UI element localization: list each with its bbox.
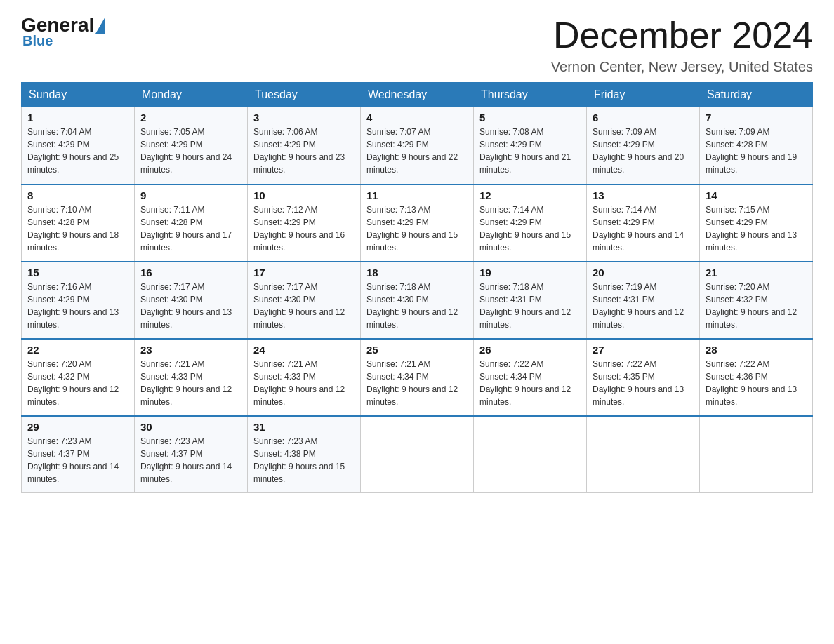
calendar-week-row: 15Sunrise: 7:16 AMSunset: 4:29 PMDayligh… [22,262,813,339]
day-of-week-header: Friday [587,83,700,107]
calendar-cell: 25Sunrise: 7:21 AMSunset: 4:34 PMDayligh… [361,339,474,416]
day-info: Sunrise: 7:20 AMSunset: 4:32 PMDaylight:… [27,358,128,408]
day-info: Sunrise: 7:05 AMSunset: 4:29 PMDaylight:… [140,126,241,176]
day-info: Sunrise: 7:09 AMSunset: 4:28 PMDaylight:… [706,126,807,176]
day-info: Sunrise: 7:14 AMSunset: 4:29 PMDaylight:… [479,203,581,254]
day-info: Sunrise: 7:23 AMSunset: 4:38 PMDaylight:… [253,435,355,485]
calendar-cell: 15Sunrise: 7:16 AMSunset: 4:29 PMDayligh… [22,262,135,339]
day-number: 25 [366,344,468,356]
day-of-week-header: Tuesday [248,83,361,107]
day-number: 2 [140,112,241,123]
day-number: 7 [706,112,807,123]
day-of-week-header: Sunday [22,83,135,107]
calendar-cell: 18Sunrise: 7:18 AMSunset: 4:30 PMDayligh… [361,262,474,339]
calendar-cell: 3Sunrise: 7:06 AMSunset: 4:29 PMDaylight… [248,107,361,185]
calendar-table: SundayMondayTuesdayWednesdayThursdayFrid… [21,82,813,493]
day-info: Sunrise: 7:16 AMSunset: 4:29 PMDaylight:… [27,281,128,331]
day-of-week-header: Wednesday [361,83,474,107]
day-info: Sunrise: 7:12 AMSunset: 4:29 PMDaylight:… [253,203,355,254]
calendar-cell: 6Sunrise: 7:09 AMSunset: 4:29 PMDaylight… [587,107,700,185]
calendar-cell: 21Sunrise: 7:20 AMSunset: 4:32 PMDayligh… [700,262,813,339]
calendar-cell: 30Sunrise: 7:23 AMSunset: 4:37 PMDayligh… [135,416,248,493]
day-number: 28 [706,344,807,356]
calendar-cell: 11Sunrise: 7:13 AMSunset: 4:29 PMDayligh… [361,185,474,262]
calendar-cell: 22Sunrise: 7:20 AMSunset: 4:32 PMDayligh… [22,339,135,416]
calendar-week-row: 22Sunrise: 7:20 AMSunset: 4:32 PMDayligh… [22,339,813,416]
day-number: 11 [366,189,468,201]
day-number: 26 [479,344,581,356]
day-number: 29 [27,421,128,433]
day-number: 6 [593,112,694,123]
day-number: 19 [479,267,581,279]
day-info: Sunrise: 7:06 AMSunset: 4:29 PMDaylight:… [253,126,355,176]
calendar-cell: 2Sunrise: 7:05 AMSunset: 4:29 PMDaylight… [135,107,248,185]
day-number: 27 [593,344,694,356]
calendar-cell: 28Sunrise: 7:22 AMSunset: 4:36 PMDayligh… [700,339,813,416]
day-info: Sunrise: 7:22 AMSunset: 4:34 PMDaylight:… [479,358,581,408]
day-info: Sunrise: 7:10 AMSunset: 4:28 PMDaylight:… [27,203,128,254]
day-number: 24 [253,344,355,356]
day-info: Sunrise: 7:22 AMSunset: 4:35 PMDaylight:… [593,358,694,408]
calendar-cell: 5Sunrise: 7:08 AMSunset: 4:29 PMDaylight… [474,107,587,185]
calendar-cell: 20Sunrise: 7:19 AMSunset: 4:31 PMDayligh… [587,262,700,339]
day-number: 15 [27,267,128,279]
calendar-cell: 16Sunrise: 7:17 AMSunset: 4:30 PMDayligh… [135,262,248,339]
calendar-cell: 1Sunrise: 7:04 AMSunset: 4:29 PMDaylight… [22,107,135,185]
day-info: Sunrise: 7:17 AMSunset: 4:30 PMDaylight:… [140,281,241,331]
day-number: 20 [593,267,694,279]
day-info: Sunrise: 7:08 AMSunset: 4:29 PMDaylight:… [479,126,581,176]
day-info: Sunrise: 7:21 AMSunset: 4:33 PMDaylight:… [253,358,355,408]
day-info: Sunrise: 7:09 AMSunset: 4:29 PMDaylight:… [593,126,694,176]
logo: General Blue [21,14,107,49]
day-info: Sunrise: 7:18 AMSunset: 4:31 PMDaylight:… [479,281,581,331]
day-info: Sunrise: 7:19 AMSunset: 4:31 PMDaylight:… [593,281,694,331]
calendar-cell: 7Sunrise: 7:09 AMSunset: 4:28 PMDaylight… [700,107,813,185]
calendar-cell: 12Sunrise: 7:14 AMSunset: 4:29 PMDayligh… [474,185,587,262]
day-info: Sunrise: 7:17 AMSunset: 4:30 PMDaylight:… [253,281,355,331]
calendar-cell: 26Sunrise: 7:22 AMSunset: 4:34 PMDayligh… [474,339,587,416]
day-number: 16 [140,267,241,279]
month-title: December 2024 [551,14,813,56]
calendar-cell: 13Sunrise: 7:14 AMSunset: 4:29 PMDayligh… [587,185,700,262]
day-number: 1 [27,112,128,123]
day-number: 13 [593,189,694,201]
day-number: 5 [479,112,581,123]
calendar-cell: 23Sunrise: 7:21 AMSunset: 4:33 PMDayligh… [135,339,248,416]
day-info: Sunrise: 7:04 AMSunset: 4:29 PMDaylight:… [27,126,128,176]
calendar-cell: 4Sunrise: 7:07 AMSunset: 4:29 PMDaylight… [361,107,474,185]
day-number: 31 [253,421,355,433]
day-number: 17 [253,267,355,279]
day-info: Sunrise: 7:13 AMSunset: 4:29 PMDaylight:… [366,203,468,254]
day-info: Sunrise: 7:21 AMSunset: 4:33 PMDaylight:… [140,358,241,408]
day-info: Sunrise: 7:18 AMSunset: 4:30 PMDaylight:… [366,281,468,331]
calendar-cell [587,416,700,493]
calendar-cell: 10Sunrise: 7:12 AMSunset: 4:29 PMDayligh… [248,185,361,262]
calendar-week-row: 1Sunrise: 7:04 AMSunset: 4:29 PMDaylight… [22,107,813,185]
calendar-cell [474,416,587,493]
calendar-cell: 31Sunrise: 7:23 AMSunset: 4:38 PMDayligh… [248,416,361,493]
logo-blue-text: Blue [22,33,53,49]
calendar-cell [361,416,474,493]
day-of-week-header: Saturday [700,83,813,107]
location-text: Vernon Center, New Jersey, United States [551,59,813,75]
day-info: Sunrise: 7:21 AMSunset: 4:34 PMDaylight:… [366,358,468,408]
day-info: Sunrise: 7:22 AMSunset: 4:36 PMDaylight:… [706,358,807,408]
day-number: 8 [27,189,128,201]
page-header: General Blue December 2024 Vernon Center… [21,14,813,75]
calendar-cell: 9Sunrise: 7:11 AMSunset: 4:28 PMDaylight… [135,185,248,262]
day-number: 18 [366,267,468,279]
day-number: 30 [140,421,241,433]
calendar-cell: 8Sunrise: 7:10 AMSunset: 4:28 PMDaylight… [22,185,135,262]
calendar-cell: 24Sunrise: 7:21 AMSunset: 4:33 PMDayligh… [248,339,361,416]
day-number: 14 [706,189,807,201]
day-info: Sunrise: 7:23 AMSunset: 4:37 PMDaylight:… [27,435,128,485]
day-number: 4 [366,112,468,123]
title-section: December 2024 Vernon Center, New Jersey,… [551,14,813,75]
calendar-header-row: SundayMondayTuesdayWednesdayThursdayFrid… [22,83,813,107]
day-info: Sunrise: 7:14 AMSunset: 4:29 PMDaylight:… [593,203,694,254]
day-number: 22 [27,344,128,356]
logo-triangle-icon [95,17,105,34]
day-number: 3 [253,112,355,123]
calendar-cell: 29Sunrise: 7:23 AMSunset: 4:37 PMDayligh… [22,416,135,493]
calendar-cell: 19Sunrise: 7:18 AMSunset: 4:31 PMDayligh… [474,262,587,339]
